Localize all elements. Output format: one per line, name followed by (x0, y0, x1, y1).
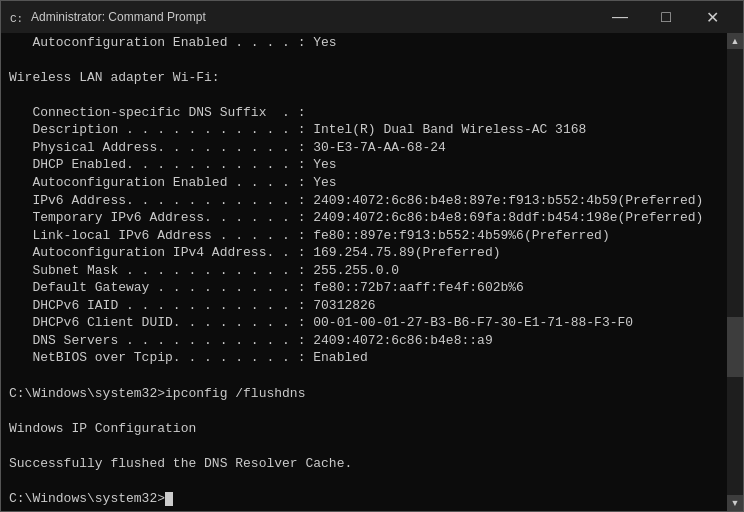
scrollbar[interactable]: ▲ ▼ (727, 33, 743, 511)
close-button[interactable]: ✕ (689, 1, 735, 33)
minimize-button[interactable]: — (597, 1, 643, 33)
terminal-output[interactable]: Description . . . . . . . . . . . : Micr… (1, 33, 727, 511)
command-prompt-window: C: Administrator: Command Prompt — □ ✕ D… (0, 0, 744, 512)
terminal-cursor (165, 492, 173, 506)
window-title: Administrator: Command Prompt (31, 10, 597, 24)
maximize-button[interactable]: □ (643, 1, 689, 33)
window-controls: — □ ✕ (597, 1, 735, 33)
title-bar: C: Administrator: Command Prompt — □ ✕ (1, 1, 743, 33)
scroll-track[interactable] (727, 49, 743, 495)
scroll-down-button[interactable]: ▼ (727, 495, 743, 511)
content-area: Description . . . . . . . . . . . : Micr… (1, 33, 743, 511)
scroll-thumb[interactable] (727, 317, 743, 377)
scroll-up-button[interactable]: ▲ (727, 33, 743, 49)
cmd-icon: C: (9, 9, 25, 25)
svg-text:C:: C: (10, 13, 23, 25)
